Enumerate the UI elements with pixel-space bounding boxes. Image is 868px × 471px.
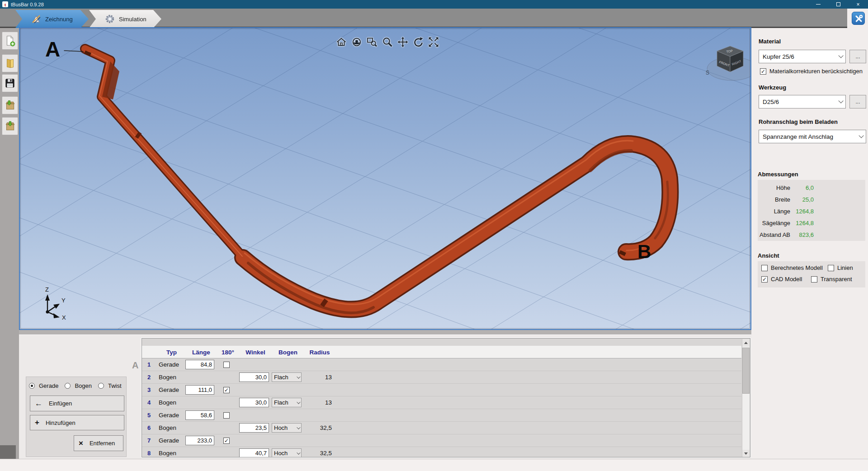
table-row[interactable]: 7 Gerade ✓ <box>142 434 741 447</box>
chevron-down-icon <box>297 375 300 378</box>
chevron-down-icon <box>297 425 300 429</box>
rotate-icon[interactable] <box>412 36 424 48</box>
axis-x-label: X <box>62 314 66 321</box>
bogen-select[interactable]: Flach <box>272 372 302 382</box>
close-button[interactable]: × <box>848 0 868 9</box>
export-button[interactable] <box>2 96 18 114</box>
checkbox[interactable] <box>761 265 768 271</box>
window-footer <box>0 459 868 471</box>
option-transparent[interactable]: Transparent <box>811 276 852 283</box>
save-button[interactable] <box>2 74 18 92</box>
deg180-checkbox[interactable] <box>223 412 230 419</box>
endpoint-label-a: A <box>45 39 60 60</box>
plus-icon: + <box>35 418 39 427</box>
laenge-input[interactable] <box>185 385 214 395</box>
radio-bogen[interactable] <box>65 383 71 389</box>
remove-button-label: Entfernen <box>90 440 115 447</box>
maximize-button[interactable] <box>828 0 848 9</box>
table-row[interactable]: 3 Gerade ✓ <box>142 384 741 396</box>
laenge-input[interactable] <box>185 436 214 445</box>
minimize-button[interactable] <box>808 0 828 9</box>
table-row[interactable]: 2 Bogen Flach 13 <box>142 371 741 384</box>
option-berechnetes-modell[interactable]: Berechnetes Modell <box>761 264 823 271</box>
option-label: CAD Modell <box>771 276 802 283</box>
row-number: 8 <box>142 450 156 457</box>
option-linien[interactable]: Linien <box>828 264 853 271</box>
checkbox[interactable] <box>811 276 817 283</box>
open-button[interactable] <box>2 54 18 72</box>
view-cube[interactable]: S E TOP FRONT RIGHT <box>700 44 751 87</box>
insert-button[interactable]: ← Einfügen <box>30 396 124 411</box>
dim-value: 823,6 <box>790 231 814 238</box>
col-winkel: Winkel <box>239 346 272 358</box>
winkel-input[interactable] <box>239 448 269 457</box>
pan-icon[interactable] <box>397 36 409 48</box>
deg180-checkbox[interactable]: ✓ <box>223 387 230 393</box>
option-cad-modell[interactable]: ✓ CAD Modell <box>761 276 802 283</box>
new-part-button[interactable] <box>2 32 18 50</box>
remove-button[interactable]: × Entfernen <box>74 435 123 451</box>
scrollbar-thumb[interactable] <box>742 348 750 394</box>
axis-z-label: Z <box>45 286 49 293</box>
winkel-input[interactable] <box>239 398 269 407</box>
werkzeug-browse-button[interactable]: ... <box>849 95 866 108</box>
table-row[interactable]: 5 Gerade <box>142 409 741 422</box>
add-button[interactable]: + Hinzufügen <box>30 415 124 430</box>
rohranschlag-value: Spannzange mit Anschlag <box>763 133 833 140</box>
viewport-3d[interactable]: A B <box>19 27 751 330</box>
table-scrollbar[interactable] <box>742 339 750 457</box>
dim-value: 1264,8 <box>790 220 814 226</box>
orbit-icon[interactable] <box>351 36 363 48</box>
zoom-icon[interactable] <box>382 36 393 48</box>
dim-value: 1264,8 <box>790 208 814 215</box>
table-row[interactable]: 8 Bogen Hoch 32,5 <box>142 447 741 457</box>
fit-view-icon[interactable] <box>428 36 439 48</box>
col-radius: Radius <box>304 346 335 358</box>
bogen-value: Hoch <box>274 450 288 457</box>
radio-twist[interactable] <box>98 383 104 389</box>
dim-name: Länge <box>758 208 790 215</box>
winkel-input[interactable] <box>239 423 269 433</box>
axis-triad: Z Y X <box>33 283 74 324</box>
insert-button-label: Einfügen <box>49 400 72 407</box>
material-correction-option[interactable]: ✓ Materialkorrekturen berücksichtigen <box>760 68 863 75</box>
radio-label: Gerade <box>39 382 58 389</box>
bogen-select[interactable]: Hoch <box>272 448 302 457</box>
table-row[interactable]: 4 Bogen Flach 13 <box>142 396 741 409</box>
tab-zeichnung[interactable]: Zeichnung <box>15 10 89 28</box>
open-folder-icon <box>4 57 16 69</box>
deg180-checkbox[interactable] <box>223 362 230 368</box>
zoom-window-icon[interactable] <box>366 36 378 48</box>
row-typ: Bogen <box>156 450 184 457</box>
laenge-input[interactable] <box>185 410 214 420</box>
material-select[interactable]: Kupfer 25/6 <box>759 50 846 63</box>
settings-tools-button[interactable] <box>852 12 865 25</box>
rohranschlag-select[interactable]: Spannzange mit Anschlag <box>759 130 866 143</box>
scroll-down-button[interactable] <box>742 450 750 457</box>
row-number: 6 <box>142 424 156 431</box>
table-row[interactable]: 1 Gerade <box>142 358 741 371</box>
dim-name: Sägelänge <box>758 220 790 226</box>
bogen-select[interactable]: Flach <box>272 398 302 407</box>
row-number: 1 <box>142 361 156 368</box>
radio-label: Bogen <box>75 382 92 389</box>
werkzeug-select[interactable]: D25/6 <box>759 95 846 108</box>
checkbox-checked[interactable]: ✓ <box>760 68 766 75</box>
table-row[interactable]: 6 Bogen Hoch 32,5 <box>142 422 741 434</box>
winkel-input[interactable] <box>239 372 269 382</box>
checkbox-checked[interactable]: ✓ <box>761 276 768 283</box>
material-browse-button[interactable]: ... <box>849 50 866 63</box>
bogen-select[interactable]: Hoch <box>272 423 302 433</box>
radio-gerade[interactable] <box>29 383 35 389</box>
import-button[interactable] <box>2 117 18 135</box>
viewport-nav-toolbar <box>335 36 439 48</box>
tab-simulation[interactable]: Simulation <box>89 10 161 28</box>
laenge-input[interactable] <box>185 360 214 369</box>
package-down-icon <box>4 120 16 132</box>
row-number: 2 <box>142 374 156 381</box>
checkbox[interactable] <box>828 265 834 271</box>
x-icon: × <box>79 439 83 448</box>
home-icon[interactable] <box>335 36 347 48</box>
deg180-checkbox[interactable]: ✓ <box>223 438 230 444</box>
scroll-up-button[interactable] <box>742 339 750 347</box>
